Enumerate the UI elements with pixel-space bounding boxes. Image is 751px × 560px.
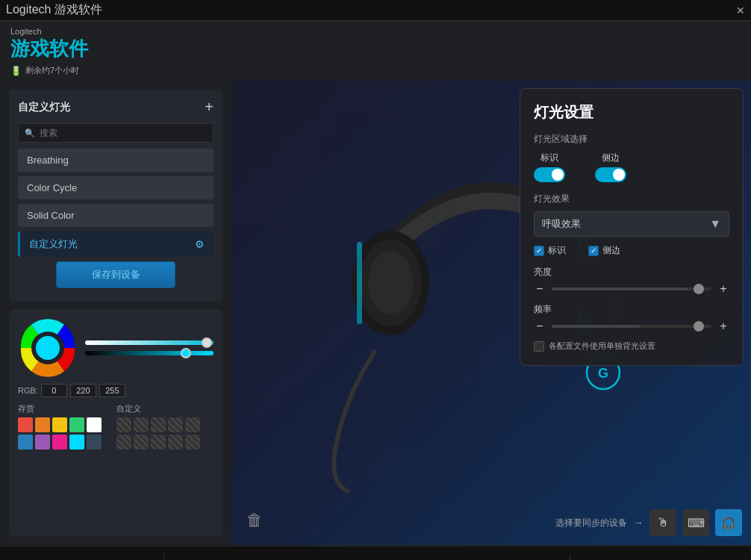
lighting-item-custom[interactable]: 自定义灯光 ⚙ — [18, 231, 214, 257]
nav-battery-button[interactable]: 🔋 — [370, 556, 403, 560]
custom-swatch-3[interactable] — [151, 417, 166, 432]
effect-zones-checkboxes: 标识 侧边 — [534, 244, 729, 257]
app-header: Logitech 游戏软件 🔋 剩余约7个小时 — [0, 21, 751, 81]
brightness-thumb[interactable] — [694, 284, 704, 294]
brightness-slider-row — [85, 351, 214, 355]
lighting-panel-title: 自定义灯光 — [18, 101, 70, 114]
zone-side-toggle: 侧边 — [595, 152, 626, 182]
swatch-yellow[interactable] — [52, 417, 67, 432]
frequency-fill — [552, 325, 640, 328]
svg-point-5 — [368, 252, 413, 314]
saturation-track[interactable] — [85, 340, 214, 345]
nav-lighting-button[interactable]: 💡 — [331, 556, 364, 560]
check-logo-box[interactable] — [534, 246, 544, 256]
rgb-b-input[interactable] — [99, 384, 125, 397]
rgb-r-input[interactable] — [41, 384, 67, 397]
settings-button[interactable]: ⚙ — [578, 556, 611, 560]
rgb-label: RGB: — [18, 386, 38, 395]
svg-text:G: G — [598, 366, 608, 381]
swatch-grid — [18, 417, 102, 449]
search-icon: 🔍 — [25, 128, 35, 138]
swatch-dark[interactable] — [87, 435, 102, 449]
nav-home-button[interactable]: ⌂ — [254, 556, 287, 560]
lighting-item-color-cycle[interactable]: Color Cycle — [18, 176, 214, 199]
share-button[interactable]: ⊕ — [617, 556, 649, 560]
svg-rect-17 — [357, 242, 362, 324]
custom-swatch-1[interactable] — [116, 417, 131, 432]
effect-dropdown[interactable]: 呼吸效果 ▼ — [534, 211, 729, 237]
sync-keyboard-button[interactable]: ⌨ — [682, 509, 709, 536]
zone-selection-label: 灯光区域选择 — [534, 133, 729, 146]
lighting-header: 自定义灯光 + — [18, 99, 214, 116]
custom-swatch-4[interactable] — [168, 417, 183, 432]
swatch-pink[interactable] — [52, 435, 67, 449]
brightness-decrease-button[interactable]: − — [534, 282, 546, 296]
custom-swatch-2[interactable] — [134, 417, 149, 432]
zone-side-switch[interactable] — [595, 167, 626, 182]
left-panel: 自定义灯光 + 🔍 Breathing Color Cycle Solid Co… — [0, 81, 231, 545]
saturation-thumb[interactable] — [202, 337, 212, 348]
frequency-track[interactable] — [552, 325, 711, 328]
profiles-checkbox[interactable] — [534, 341, 544, 352]
sliders-area — [85, 340, 214, 355]
nav-keyboard-button[interactable]: ⌨ — [409, 556, 442, 560]
swatch-blue[interactable] — [18, 435, 33, 449]
custom-swatch-grid — [116, 417, 200, 449]
delete-icon[interactable]: 🗑 — [246, 511, 263, 529]
close-button[interactable]: ✕ — [736, 4, 745, 16]
check-side-label: 侧边 — [602, 244, 620, 257]
help-button[interactable]: ? — [655, 556, 688, 560]
brightness-track[interactable] — [85, 351, 214, 355]
custom-swatch-6[interactable] — [116, 435, 131, 449]
frequency-increase-button[interactable]: + — [717, 320, 729, 333]
check-side-item: 侧边 — [588, 244, 620, 257]
add-lighting-button[interactable]: + — [205, 99, 214, 116]
brightness-fill — [552, 287, 688, 290]
check-side-box[interactable] — [588, 246, 599, 256]
frequency-thumb[interactable] — [694, 321, 704, 332]
swatch-cyan[interactable] — [69, 435, 84, 449]
custom-swatch-9[interactable] — [168, 435, 183, 449]
taskbar-device-headset[interactable] — [117, 553, 156, 560]
lighting-item-breathing[interactable]: Breathing — [18, 149, 214, 172]
headset-device-icon — [120, 556, 153, 560]
brightness-track[interactable] — [552, 287, 711, 290]
search-input[interactable] — [40, 128, 207, 138]
swatches-section: 存货 自定义 — [18, 403, 214, 449]
swatch-red[interactable] — [18, 417, 33, 432]
taskbar-devices: ‹ — [93, 553, 164, 560]
zone-selection-row: 标识 侧边 — [534, 152, 729, 182]
swatch-green[interactable] — [69, 417, 84, 432]
lighting-item-solid-color[interactable]: Solid Color — [18, 204, 214, 227]
nav-user-button[interactable]: 👤 — [448, 556, 481, 560]
swatch-white[interactable] — [87, 417, 102, 432]
app-title: 游戏软件 — [10, 36, 741, 62]
sync-headset-button[interactable]: 🎧 — [715, 509, 742, 536]
swatch-purple[interactable] — [35, 435, 50, 449]
main-area: 自定义灯光 + 🔍 Breathing Color Cycle Solid Co… — [0, 81, 751, 545]
sync-mouse-button[interactable]: 🖱 — [649, 509, 676, 536]
custom-swatch-5[interactable] — [185, 417, 200, 432]
brightness-increase-button[interactable]: + — [717, 282, 729, 296]
lighting-panel: 自定义灯光 + 🔍 Breathing Color Cycle Solid Co… — [9, 90, 222, 302]
custom-swatch-10[interactable] — [185, 435, 200, 449]
brightness-thumb[interactable] — [181, 348, 191, 358]
custom-item-icon: ⚙ — [195, 238, 205, 250]
custom-swatch-7[interactable] — [134, 435, 149, 449]
save-to-device-button[interactable]: 保存到设备 — [56, 261, 175, 288]
nav-g-button[interactable]: G — [293, 556, 325, 560]
effect-dropdown-arrow: ▼ — [709, 217, 721, 231]
swatch-orange[interactable] — [35, 417, 50, 432]
custom-item-label: 自定义灯光 — [29, 237, 78, 251]
frequency-decrease-button[interactable]: − — [534, 320, 546, 333]
profiles-label: 各配置文件使用单独背光设置 — [549, 340, 655, 352]
color-wheel[interactable] — [18, 318, 78, 378]
toggle-logo-knob — [552, 169, 564, 181]
custom-swatch-8[interactable] — [151, 435, 166, 449]
rgb-g-input[interactable] — [70, 384, 96, 397]
zone-logo-switch[interactable] — [534, 167, 565, 182]
sync-bar: 选择要同步的设备 → 🖱 ⌨ 🎧 — [555, 509, 742, 536]
taskbar-nav: ⌂ G 💡 🔋 ⌨ 👤 — [164, 556, 570, 560]
titlebar: Logitech 游戏软件 ✕ — [0, 0, 751, 21]
toggle-side-knob — [613, 169, 625, 181]
